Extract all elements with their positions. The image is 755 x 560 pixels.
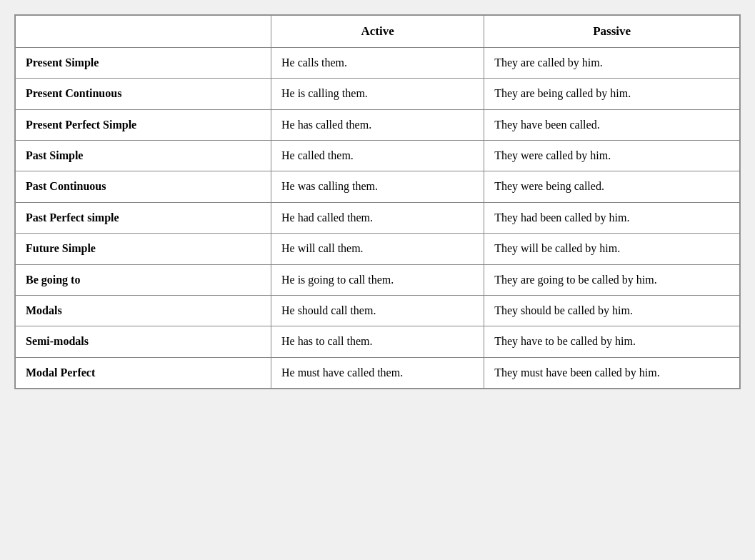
cell-tense: Past Perfect simple xyxy=(16,202,271,233)
grammar-table-wrapper: Active Passive Present SimpleHe calls th… xyxy=(14,14,741,389)
cell-active: He has called them. xyxy=(271,109,484,140)
cell-active: He is calling them. xyxy=(271,79,484,109)
cell-passive: They had been called by him. xyxy=(484,202,740,233)
cell-passive: They are being called by him. xyxy=(484,79,740,109)
cell-passive: They have been called. xyxy=(484,109,740,140)
cell-passive: They must have been called by him. xyxy=(484,357,740,388)
cell-active: He has to call them. xyxy=(271,326,484,357)
table-row: Be going toHe is going to call them.They… xyxy=(16,264,740,295)
cell-passive: They have to be called by him. xyxy=(484,326,740,357)
header-passive: Passive xyxy=(484,16,740,48)
cell-tense: Modals xyxy=(16,295,271,326)
cell-passive: They are called by him. xyxy=(484,47,740,78)
cell-tense: Present Perfect Simple xyxy=(16,109,271,140)
header-tense xyxy=(16,16,271,48)
table-row: Past ContinuousHe was calling them.They … xyxy=(16,171,740,202)
cell-tense: Modal Perfect xyxy=(16,357,271,388)
cell-tense: Past Simple xyxy=(16,140,271,171)
table-row: Present ContinuousHe is calling them.The… xyxy=(16,79,740,109)
table-header-row: Active Passive xyxy=(16,16,740,48)
cell-tense: Semi-modals xyxy=(16,326,271,357)
table-row: Present Perfect SimpleHe has called them… xyxy=(16,109,740,140)
cell-active: He was calling them. xyxy=(271,171,484,202)
cell-active: He will call them. xyxy=(271,234,484,264)
cell-tense: Present Continuous xyxy=(16,79,271,109)
cell-active: He calls them. xyxy=(271,47,484,78)
cell-passive: They should be called by him. xyxy=(484,295,740,326)
header-active: Active xyxy=(271,16,484,48)
table-row: Modal PerfectHe must have called them.Th… xyxy=(16,357,740,388)
cell-active: He should call them. xyxy=(271,295,484,326)
cell-tense: Past Continuous xyxy=(16,171,271,202)
cell-passive: They are going to be called by him. xyxy=(484,264,740,295)
cell-passive: They will be called by him. xyxy=(484,234,740,264)
table-row: Past Perfect simpleHe had called them.Th… xyxy=(16,202,740,233)
table-row: Semi-modalsHe has to call them.They have… xyxy=(16,326,740,357)
cell-active: He must have called them. xyxy=(271,357,484,388)
grammar-table: Active Passive Present SimpleHe calls th… xyxy=(15,15,740,389)
cell-passive: They were being called. xyxy=(484,171,740,202)
cell-tense: Be going to xyxy=(16,264,271,295)
table-row: Present SimpleHe calls them.They are cal… xyxy=(16,47,740,78)
cell-tense: Present Simple xyxy=(16,47,271,78)
table-row: Past SimpleHe called them.They were call… xyxy=(16,140,740,171)
table-row: Future SimpleHe will call them.They will… xyxy=(16,234,740,264)
cell-passive: They were called by him. xyxy=(484,140,740,171)
cell-tense: Future Simple xyxy=(16,234,271,264)
table-row: ModalsHe should call them.They should be… xyxy=(16,295,740,326)
cell-active: He had called them. xyxy=(271,202,484,233)
cell-active: He is going to call them. xyxy=(271,264,484,295)
cell-active: He called them. xyxy=(271,140,484,171)
